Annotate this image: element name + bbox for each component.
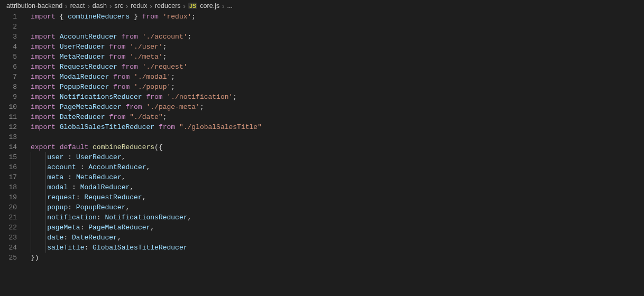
- line-number[interactable]: 23: [0, 233, 17, 243]
- code-line[interactable]: user : UserReducer,: [26, 152, 644, 162]
- line-number[interactable]: 14: [0, 142, 17, 152]
- code-line[interactable]: import NotificationsReducer from './noti…: [26, 92, 644, 102]
- code-editor[interactable]: 1234567891011121314151617181920212223242…: [0, 12, 644, 296]
- line-number[interactable]: 6: [0, 62, 17, 72]
- code-line[interactable]: popup: PopupReducer,: [26, 202, 644, 212]
- line-number[interactable]: 11: [0, 112, 17, 122]
- line-gutter[interactable]: 1234567891011121314151617181920212223242…: [0, 12, 26, 296]
- code-line[interactable]: request: RequestReducer,: [26, 192, 644, 202]
- breadcrumb-item[interactable]: redux: [131, 2, 147, 10]
- minimap[interactable]: [639, 12, 644, 296]
- line-number[interactable]: 5: [0, 52, 17, 62]
- line-number[interactable]: 8: [0, 82, 17, 92]
- code-line[interactable]: import { combineReducers } from 'redux';: [26, 12, 644, 22]
- breadcrumb-tail[interactable]: ...: [227, 2, 233, 10]
- line-number[interactable]: 1: [0, 12, 17, 22]
- code-line[interactable]: [26, 132, 644, 142]
- line-number[interactable]: 3: [0, 32, 17, 42]
- breadcrumb-item[interactable]: react: [70, 2, 85, 10]
- chevron-right-icon: ›: [126, 2, 128, 10]
- code-line[interactable]: import ModalReducer from './modal';: [26, 72, 644, 82]
- chevron-right-icon: ›: [183, 2, 186, 10]
- line-number[interactable]: 13: [0, 132, 17, 142]
- line-number[interactable]: 20: [0, 202, 17, 212]
- code-line[interactable]: import UserReducer from './user';: [26, 42, 644, 52]
- code-line[interactable]: import RequestReducer from './request': [26, 62, 644, 72]
- breadcrumb-item[interactable]: attribution-backend: [6, 2, 62, 10]
- code-line[interactable]: notification: NotificationsReducer,: [26, 212, 644, 223]
- code-line[interactable]: export default combineReducers({: [26, 142, 644, 152]
- line-number[interactable]: 4: [0, 42, 17, 52]
- line-number[interactable]: 18: [0, 182, 17, 192]
- code-line[interactable]: import GlobalSalesTitleReducer from "./g…: [26, 122, 644, 132]
- js-file-icon: JS: [188, 3, 197, 9]
- line-number[interactable]: 21: [0, 212, 17, 223]
- line-number[interactable]: 9: [0, 92, 17, 102]
- line-number[interactable]: 16: [0, 162, 17, 172]
- breadcrumb-item[interactable]: dash: [93, 2, 107, 10]
- code-line[interactable]: import PageMetaReducer from './page-meta…: [26, 102, 644, 112]
- breadcrumb-item[interactable]: reducers: [155, 2, 181, 10]
- breadcrumb-item[interactable]: src: [114, 2, 123, 10]
- code-area[interactable]: import { combineReducers } from 'redux';…: [26, 12, 644, 296]
- line-number[interactable]: 22: [0, 223, 17, 233]
- code-line[interactable]: import PopupReducer from './popup';: [26, 82, 644, 92]
- chevron-right-icon: ›: [109, 2, 112, 10]
- chevron-right-icon: ›: [222, 2, 224, 10]
- line-number[interactable]: 12: [0, 122, 17, 132]
- line-number[interactable]: 19: [0, 192, 17, 202]
- code-line[interactable]: [26, 22, 644, 32]
- chevron-right-icon: ›: [150, 2, 152, 10]
- breadcrumb-file[interactable]: core.js: [200, 2, 219, 10]
- line-number[interactable]: 2: [0, 22, 17, 32]
- code-line[interactable]: import DateReducer from "./date";: [26, 112, 644, 122]
- code-line[interactable]: account : AccountReducer,: [26, 162, 644, 172]
- code-line[interactable]: pageMeta: PageMetaReducer,: [26, 223, 644, 233]
- code-line[interactable]: saleTitle: GlobalSalesTitleReducer: [26, 243, 644, 253]
- code-line[interactable]: modal : ModalReducer,: [26, 182, 644, 192]
- line-number[interactable]: 25: [0, 253, 17, 263]
- line-number[interactable]: 24: [0, 243, 17, 253]
- breadcrumb[interactable]: attribution-backend › react › dash › src…: [0, 0, 644, 12]
- line-number[interactable]: 15: [0, 152, 17, 162]
- chevron-right-icon: ›: [65, 2, 67, 10]
- code-line[interactable]: }): [26, 253, 644, 263]
- code-line[interactable]: import AccountReducer from './account';: [26, 32, 644, 42]
- chevron-right-icon: ›: [87, 2, 89, 10]
- code-line[interactable]: meta : MetaReducer,: [26, 172, 644, 182]
- code-line[interactable]: date: DateReducer,: [26, 233, 644, 243]
- code-line[interactable]: import MetaReducer from './meta';: [26, 52, 644, 62]
- line-number[interactable]: 7: [0, 72, 17, 82]
- line-number[interactable]: 17: [0, 172, 17, 182]
- line-number[interactable]: 10: [0, 102, 17, 112]
